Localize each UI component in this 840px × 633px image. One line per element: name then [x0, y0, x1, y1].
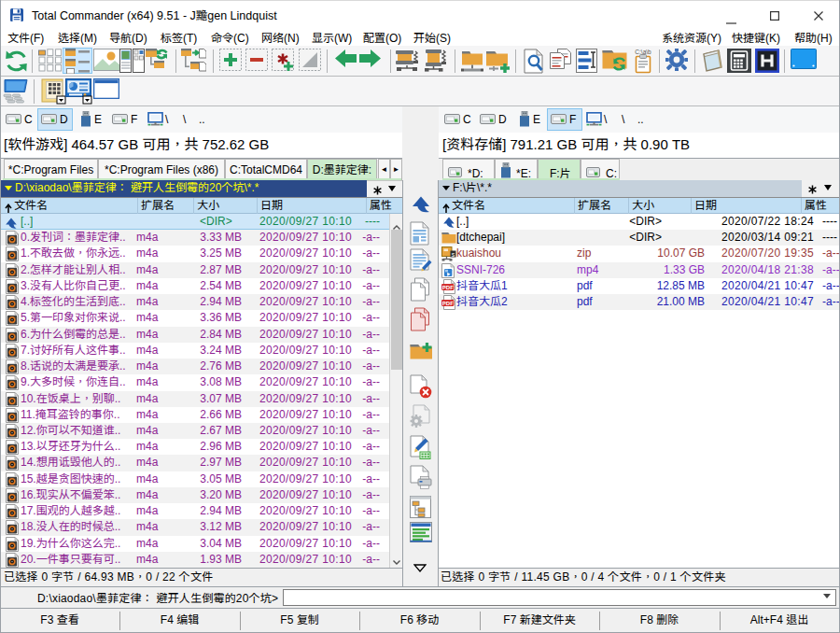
svg-text:PDF: PDF: [442, 285, 454, 290]
svg-text:s: s: [452, 251, 455, 258]
svg-text:C:\a\b: C:\a\b: [635, 49, 651, 55]
svg-text:PDF: PDF: [442, 301, 454, 306]
